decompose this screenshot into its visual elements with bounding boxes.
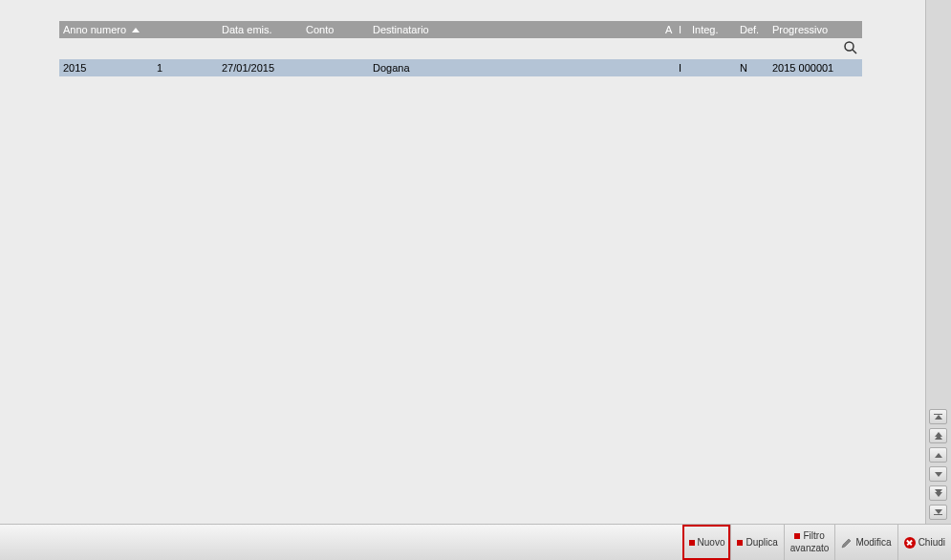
close-icon: [904, 537, 916, 549]
table-header: Anno numero Data emis. Conto Destinatari…: [59, 21, 862, 38]
modifica-button[interactable]: Modifica: [834, 525, 897, 560]
nav-first-icon: [934, 414, 942, 420]
col-anno-numero[interactable]: Anno numero: [59, 24, 153, 35]
chiudi-label: Chiudi: [919, 537, 945, 548]
record-navigator: [925, 409, 951, 524]
search-row: [59, 38, 862, 59]
col-progressivo[interactable]: Progressivo: [768, 24, 853, 35]
cell-data-emis: 27/01/2015: [218, 62, 302, 74]
nav-last-icon: [934, 509, 942, 516]
nuovo-button[interactable]: Nuovo: [682, 525, 731, 560]
table-row[interactable]: 2015 1 27/01/2015 Dogana I N 2015 000001: [59, 59, 862, 76]
bottom-toolbar: Nuovo Duplica Filtro avanzato Modifica C…: [0, 524, 951, 560]
cell-i: I: [675, 62, 688, 74]
nav-page-up-button[interactable]: [929, 428, 947, 443]
square-icon: [689, 540, 695, 546]
nav-page-down-button[interactable]: [929, 485, 947, 501]
cell-destinatario: Dogana: [369, 62, 661, 74]
cell-def: N: [736, 62, 768, 74]
cell-anno: 2015: [59, 62, 153, 74]
square-icon: [794, 533, 800, 539]
chevron-down-icon: [935, 472, 942, 477]
modifica-label: Modifica: [855, 537, 891, 548]
col-def[interactable]: Def.: [736, 24, 768, 35]
search-icon[interactable]: [843, 40, 858, 57]
filtro-avanzato-button[interactable]: Filtro avanzato: [784, 525, 835, 560]
data-table: Anno numero Data emis. Conto Destinatari…: [59, 21, 862, 76]
sort-asc-icon: [132, 28, 140, 32]
nav-last-button[interactable]: [929, 505, 947, 520]
nav-page-up-icon: [935, 432, 942, 440]
nav-next-button[interactable]: [929, 466, 947, 482]
col-data-emis[interactable]: Data emis.: [218, 24, 302, 35]
svg-point-0: [845, 42, 854, 51]
duplica-label: Duplica: [746, 537, 777, 548]
col-conto[interactable]: Conto: [302, 24, 369, 35]
col-destinatario[interactable]: Destinatario: [369, 24, 661, 35]
nuovo-label: Nuovo: [698, 537, 725, 548]
nav-first-button[interactable]: [929, 409, 947, 424]
nav-page-down-icon: [935, 489, 942, 497]
col-anno-numero-label: Anno numero: [63, 24, 126, 35]
filtro-label-1: Filtro: [803, 531, 824, 542]
col-i[interactable]: I: [675, 24, 688, 35]
col-a[interactable]: A: [661, 24, 675, 35]
square-icon: [737, 540, 743, 546]
cell-numero: 1: [153, 62, 218, 74]
pencil-icon: [841, 537, 853, 549]
chiudi-button[interactable]: Chiudi: [897, 525, 951, 560]
col-integ[interactable]: Integ.: [688, 24, 736, 35]
cell-progressivo: 2015 000001: [768, 62, 853, 74]
chevron-up-icon: [935, 453, 942, 458]
duplica-button[interactable]: Duplica: [730, 525, 783, 560]
filtro-label-2: avanzato: [790, 544, 830, 554]
svg-line-1: [853, 50, 856, 54]
nav-prev-button[interactable]: [929, 447, 947, 463]
